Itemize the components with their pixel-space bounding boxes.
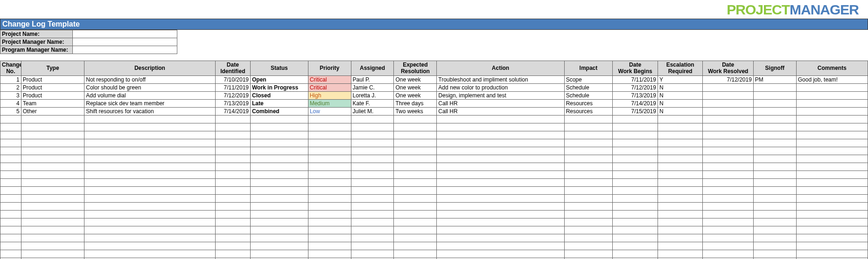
cell-empty[interactable]	[703, 250, 753, 258]
cell-empty[interactable]	[437, 226, 564, 234]
cell-empty[interactable]	[613, 218, 658, 226]
cell-empty[interactable]	[703, 116, 753, 123]
cell-empty[interactable]	[251, 195, 308, 203]
cell-comments[interactable]	[796, 92, 868, 100]
cell-empty[interactable]	[215, 123, 250, 131]
cell-empty[interactable]	[658, 203, 703, 211]
cell-empty[interactable]	[215, 242, 250, 250]
cell-empty[interactable]	[21, 242, 84, 250]
cell-empty[interactable]	[437, 218, 564, 226]
cell-escalation[interactable]: Y	[658, 76, 703, 84]
cell-escalation[interactable]: N	[658, 92, 703, 100]
cell-empty[interactable]	[0, 147, 21, 155]
cell-empty[interactable]	[658, 242, 703, 250]
cell-empty[interactable]	[658, 123, 703, 131]
cell-empty[interactable]	[21, 131, 84, 139]
cell-workBegins[interactable]: 7/11/2019	[613, 76, 658, 84]
cell-empty[interactable]	[215, 226, 250, 234]
cell-empty[interactable]	[658, 163, 703, 171]
cell-empty[interactable]	[394, 242, 437, 250]
cell-empty[interactable]	[215, 116, 250, 123]
cell-empty[interactable]	[796, 211, 868, 218]
cell-empty[interactable]	[0, 116, 21, 123]
cell-empty[interactable]	[351, 139, 394, 147]
cell-empty[interactable]	[613, 116, 658, 123]
cell-empty[interactable]	[84, 195, 215, 203]
cell-empty[interactable]	[0, 211, 21, 218]
cell-empty[interactable]	[437, 179, 564, 187]
cell-impact[interactable]: Resources	[564, 108, 613, 116]
cell-empty[interactable]	[351, 116, 394, 123]
cell-empty[interactable]	[251, 123, 308, 131]
cell-empty[interactable]	[703, 203, 753, 211]
cell-empty[interactable]	[658, 234, 703, 242]
cell-empty[interactable]	[215, 147, 250, 155]
cell-empty[interactable]	[21, 171, 84, 179]
cell-empty[interactable]	[251, 203, 308, 211]
cell-empty[interactable]	[215, 218, 250, 226]
cell-empty[interactable]	[215, 203, 250, 211]
cell-empty[interactable]	[753, 116, 796, 123]
cell-empty[interactable]	[753, 234, 796, 242]
cell-empty[interactable]	[215, 234, 250, 242]
cell-resolved[interactable]	[703, 92, 753, 100]
cell-empty[interactable]	[0, 250, 21, 258]
cell-resolved[interactable]	[703, 84, 753, 92]
cell-empty[interactable]	[394, 234, 437, 242]
cell-priority[interactable]: High	[308, 92, 351, 100]
cell-empty[interactable]	[308, 155, 351, 163]
cell-empty[interactable]	[394, 187, 437, 195]
cell-empty[interactable]	[251, 187, 308, 195]
cell-empty[interactable]	[351, 195, 394, 203]
cell-empty[interactable]	[394, 203, 437, 211]
cell-empty[interactable]	[394, 123, 437, 131]
cell-empty[interactable]	[251, 116, 308, 123]
cell-empty[interactable]	[796, 195, 868, 203]
cell-empty[interactable]	[437, 211, 564, 218]
cell-empty[interactable]	[351, 250, 394, 258]
cell-empty[interactable]	[703, 123, 753, 131]
cell-expected[interactable]: Two weeks	[394, 108, 437, 116]
cell-empty[interactable]	[215, 195, 250, 203]
cell-assigned[interactable]: Jamie C.	[351, 84, 394, 92]
cell-empty[interactable]	[796, 139, 868, 147]
cell-empty[interactable]	[796, 116, 868, 123]
cell-empty[interactable]	[703, 139, 753, 147]
cell-signoff[interactable]	[753, 92, 796, 100]
cell-empty[interactable]	[308, 242, 351, 250]
cell-empty[interactable]	[796, 250, 868, 258]
cell-empty[interactable]	[308, 147, 351, 155]
cell-empty[interactable]	[753, 163, 796, 171]
cell-empty[interactable]	[796, 179, 868, 187]
cell-empty[interactable]	[753, 179, 796, 187]
cell-empty[interactable]	[753, 123, 796, 131]
cell-empty[interactable]	[564, 116, 613, 123]
cell-empty[interactable]	[437, 250, 564, 258]
cell-empty[interactable]	[703, 147, 753, 155]
cell-action[interactable]: Call HR	[437, 108, 564, 116]
cell-empty[interactable]	[703, 195, 753, 203]
cell-empty[interactable]	[658, 116, 703, 123]
cell-empty[interactable]	[394, 163, 437, 171]
cell-empty[interactable]	[394, 147, 437, 155]
cell-empty[interactable]	[613, 139, 658, 147]
cell-no[interactable]: 5	[0, 108, 21, 116]
cell-empty[interactable]	[21, 116, 84, 123]
cell-empty[interactable]	[394, 116, 437, 123]
cell-empty[interactable]	[251, 179, 308, 187]
cell-empty[interactable]	[658, 218, 703, 226]
cell-empty[interactable]	[564, 234, 613, 242]
cell-empty[interactable]	[394, 131, 437, 139]
cell-impact[interactable]: Schedule	[564, 92, 613, 100]
cell-empty[interactable]	[796, 218, 868, 226]
cell-empty[interactable]	[564, 163, 613, 171]
project-name-value[interactable]	[73, 30, 177, 38]
cell-empty[interactable]	[0, 234, 21, 242]
cell-empty[interactable]	[21, 147, 84, 155]
cell-empty[interactable]	[753, 211, 796, 218]
cell-empty[interactable]	[21, 234, 84, 242]
cell-empty[interactable]	[308, 250, 351, 258]
cell-empty[interactable]	[703, 131, 753, 139]
cell-no[interactable]: 1	[0, 76, 21, 84]
cell-empty[interactable]	[351, 179, 394, 187]
